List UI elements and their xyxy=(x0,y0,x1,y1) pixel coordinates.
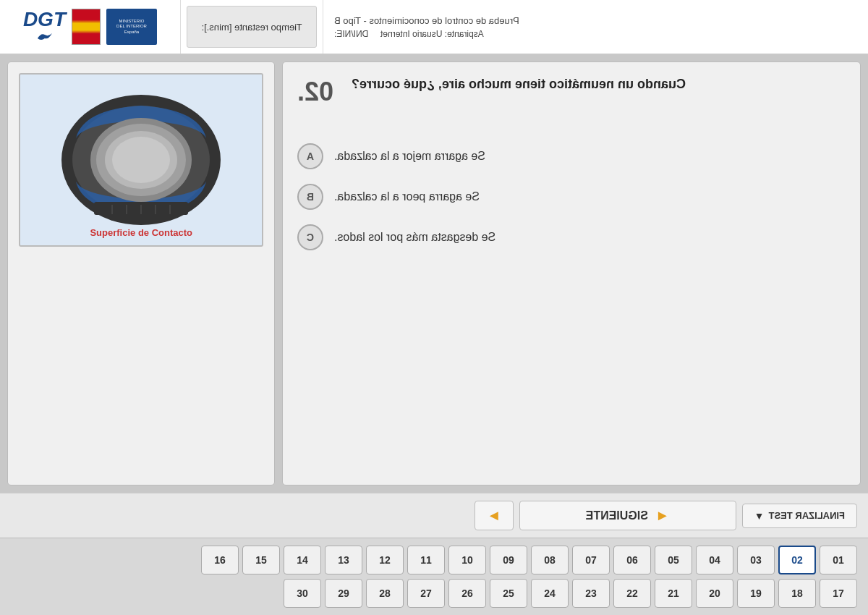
grid-question-01[interactable]: 01 xyxy=(820,546,857,574)
grid-question-09[interactable]: 09 xyxy=(490,546,527,574)
grid-question-27[interactable]: 27 xyxy=(407,579,445,608)
grid-row-1: 01020304050607080910111213141516 xyxy=(11,546,857,574)
question-panel: Cuando un neumático tiene mucho aire, ¿q… xyxy=(282,62,861,485)
grid-question-11[interactable]: 11 xyxy=(407,546,445,574)
dni-label: DNI/NIE: xyxy=(334,29,368,39)
forward-button[interactable]: ► xyxy=(475,501,514,530)
grid-question-18[interactable]: 18 xyxy=(778,579,816,608)
dgt-bird-icon xyxy=(34,31,56,46)
answer-text-b: Se agarra peor a la calzada. xyxy=(334,190,480,203)
flag-logo xyxy=(72,9,101,45)
question-number: 02. xyxy=(297,77,341,107)
arrow-right-icon: ► xyxy=(487,507,501,523)
grid-question-16[interactable]: 16 xyxy=(201,546,239,574)
grid-question-21[interactable]: 21 xyxy=(655,579,692,608)
answer-row-b: Se agarra peor a la calzada. B xyxy=(297,184,846,210)
grid-question-20[interactable]: 20 xyxy=(696,579,733,608)
answer-button-a[interactable]: A xyxy=(297,143,323,169)
navigation-bar: FINALIZAR TEST ▼ ◄ SIGUIENTE ► xyxy=(0,493,868,538)
main-content: Cuando un neumático tiene mucho aire, ¿q… xyxy=(0,54,868,493)
grid-question-30[interactable]: 30 xyxy=(284,579,321,608)
grid-question-15[interactable]: 15 xyxy=(242,546,280,574)
tire-label: Superficie de Contacto xyxy=(90,227,192,238)
grid-question-03[interactable]: 03 xyxy=(737,546,775,574)
user-info: Aspirante: Usuario Internet DNI/NIE: xyxy=(334,29,857,39)
finalize-label: FINALIZAR TEST xyxy=(769,510,845,521)
tire-diagram xyxy=(40,88,242,232)
grid-question-22[interactable]: 22 xyxy=(613,579,651,608)
grid-question-17[interactable]: 17 xyxy=(820,579,857,608)
dgt-brand: DGT xyxy=(23,8,66,46)
finalize-test-button[interactable]: FINALIZAR TEST ▼ xyxy=(742,504,857,528)
answer-text-a: Se agarra mejor a la calzada. xyxy=(334,150,485,163)
header: Prueba de control de conocimientos - Tip… xyxy=(0,0,868,54)
grid-question-06[interactable]: 06 xyxy=(613,546,651,574)
next-button[interactable]: ◄ SIGUIENTE xyxy=(519,501,736,530)
header-info: Prueba de control de conocimientos - Tip… xyxy=(323,0,868,54)
timer-label: Tiempo restante [mins.]: xyxy=(202,22,302,33)
arrow-left-icon: ◄ xyxy=(655,507,670,524)
grid-question-13[interactable]: 13 xyxy=(325,546,362,574)
grid-question-04[interactable]: 04 xyxy=(696,546,733,574)
grid-question-02[interactable]: 02 xyxy=(778,546,816,574)
answer-button-b[interactable]: B xyxy=(297,184,323,210)
grid-question-05[interactable]: 05 xyxy=(655,546,692,574)
grid-question-14[interactable]: 14 xyxy=(284,546,321,574)
grid-question-25[interactable]: 25 xyxy=(490,579,527,608)
image-panel: Superficie de Contacto xyxy=(7,62,275,485)
user-label: Aspirante: Usuario Internet xyxy=(380,29,484,39)
dgt-logo: MINISTERIODEL INTERIOREspaña DGT xyxy=(23,8,157,46)
grid-question-24[interactable]: 24 xyxy=(531,579,569,608)
grid-question-10[interactable]: 10 xyxy=(448,546,486,574)
ministry-logo: MINISTERIODEL INTERIOREspaña xyxy=(106,9,157,45)
grid-question-26[interactable]: 26 xyxy=(448,579,486,608)
grid-row-2: 1718192021222324252627282930 xyxy=(11,579,857,608)
grid-question-07[interactable]: 07 xyxy=(572,546,610,574)
grid-question-12[interactable]: 12 xyxy=(366,546,404,574)
grid-question-28[interactable]: 28 xyxy=(366,579,404,608)
answer-text-c: Se desgasta más por los lados. xyxy=(334,231,495,244)
dgt-text: DGT xyxy=(23,8,66,31)
grid-question-19[interactable]: 19 xyxy=(737,579,775,608)
grid-question-23[interactable]: 23 xyxy=(572,579,610,608)
answer-button-c[interactable]: C xyxy=(297,224,323,250)
next-label: SIGUIENTE xyxy=(586,509,648,522)
grid-question-29[interactable]: 29 xyxy=(325,579,362,608)
chevron-down-icon: ▼ xyxy=(754,510,765,522)
exam-title: Prueba de control de conocimientos - Tip… xyxy=(334,15,857,26)
question-grid: 01020304050607080910111213141516 1718192… xyxy=(0,538,868,615)
answer-row-a: Se agarra mejor a la calzada. A xyxy=(297,143,846,169)
grid-question-08[interactable]: 08 xyxy=(531,546,569,574)
question-header: Cuando un neumático tiene mucho aire, ¿q… xyxy=(297,77,846,107)
answers-list: Se agarra mejor a la calzada. A Se agarr… xyxy=(297,143,846,250)
logo-area: MINISTERIODEL INTERIOREspaña DGT xyxy=(0,0,181,54)
svg-point-5 xyxy=(112,137,170,183)
question-text: Cuando un neumático tiene mucho aire, ¿q… xyxy=(352,77,846,92)
timer-display: Tiempo restante [mins.]: xyxy=(187,6,317,48)
answer-row-c: Se desgasta más por los lados. C xyxy=(297,224,846,250)
nav-buttons: FINALIZAR TEST ▼ ◄ SIGUIENTE ► xyxy=(475,501,857,530)
tire-image: Superficie de Contacto xyxy=(19,73,263,247)
